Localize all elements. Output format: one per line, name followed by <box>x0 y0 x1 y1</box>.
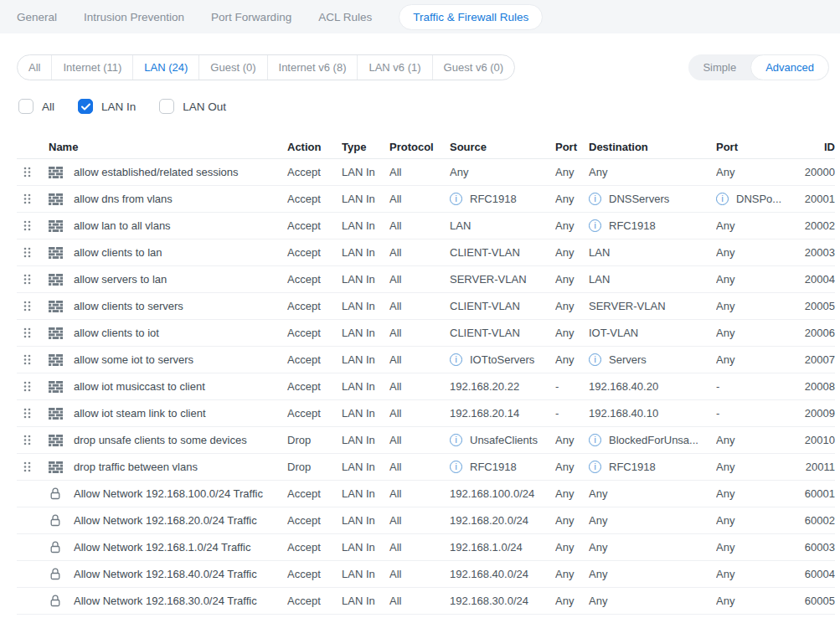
toggle-advanced[interactable]: Advanced <box>750 54 829 80</box>
rule-source-port-text: Any <box>555 568 574 580</box>
checkbox-label: All <box>42 100 54 113</box>
rule-destination-text: LAN <box>589 246 610 259</box>
filter-lan-24[interactable]: LAN (24) <box>132 55 198 80</box>
rule-source-port-text: Any <box>555 166 574 178</box>
rule-source-text: 192.168.1.0/24 <box>450 541 523 554</box>
tab-traffic-firewall-rules[interactable]: Traffic & Firewall Rules <box>399 4 543 30</box>
table-row[interactable]: allow iot steam link to clientAcceptLAN … <box>17 400 835 427</box>
simple-advanced-toggle: SimpleAdvanced <box>688 54 829 80</box>
checkbox-all[interactable]: All <box>18 99 54 114</box>
table-row[interactable]: allow dns from vlansAcceptLAN InAlliRFC1… <box>17 186 835 213</box>
rule-destination-port-text: Any <box>716 327 734 339</box>
table-row[interactable]: allow clients to serversAcceptLAN InAllC… <box>17 293 835 320</box>
rule-source-port-text: Any <box>555 327 574 339</box>
table-row[interactable]: Allow Network 192.168.40.0/24 TrafficAcc… <box>17 561 835 588</box>
table-row[interactable]: allow clients to lanAcceptLAN InAllCLIEN… <box>17 239 835 266</box>
rule-destination: iServers <box>589 353 716 366</box>
drag-handle-icon[interactable] <box>23 220 31 231</box>
toggle-simple[interactable]: Simple <box>688 54 750 80</box>
checkbox-label: LAN Out <box>183 100 226 113</box>
table-row[interactable]: drop traffic between vlansDropLAN InAlli… <box>17 454 835 481</box>
drag-handle-icon[interactable] <box>23 193 31 204</box>
rule-protocol: All <box>389 353 450 366</box>
rule-source-text: SERVER-VLAN <box>450 273 527 286</box>
checkbox-unchecked-icon[interactable] <box>18 99 33 114</box>
rule-source-text: Any <box>450 166 468 178</box>
rule-destination-port-text: DNSPo... <box>736 193 781 205</box>
firewall-icon <box>49 408 63 420</box>
drag-handle-icon[interactable] <box>23 435 31 445</box>
rule-source-port-text: Any <box>555 514 574 527</box>
drag-handle-icon[interactable] <box>23 354 31 365</box>
rule-type: LAN In <box>342 514 389 527</box>
table-row[interactable]: allow some iot to serversAcceptLAN InAll… <box>17 347 835 373</box>
filter-lan-v6-1[interactable]: LAN v6 (1) <box>357 55 431 80</box>
checkbox-checked-icon[interactable] <box>78 99 93 114</box>
rule-protocol: All <box>389 568 450 580</box>
rule-destination-text: Any <box>589 541 607 554</box>
filter-guest-0[interactable]: Guest (0) <box>198 55 266 80</box>
table-row[interactable]: Allow Network 192.168.1.0/24 TrafficAcce… <box>17 534 835 561</box>
table-row[interactable]: Allow Network 192.168.100.0/24 TrafficAc… <box>17 481 835 507</box>
rule-source: CLIENT-VLAN <box>450 327 555 339</box>
direction-checkbox-row: AllLAN InLAN Out <box>18 99 823 114</box>
tab-intrusion-prevention[interactable]: Intrusion Prevention <box>84 11 184 23</box>
table-row[interactable]: allow lan to all vlansAcceptLAN InAllLAN… <box>17 213 835 239</box>
info-icon[interactable]: i <box>589 434 601 446</box>
info-icon[interactable]: i <box>450 353 462 366</box>
info-icon[interactable]: i <box>450 434 462 446</box>
checkbox-unchecked-icon[interactable] <box>159 99 174 114</box>
info-icon[interactable]: i <box>716 193 729 205</box>
rule-source-port: Any <box>555 166 589 178</box>
rule-destination: LAN <box>589 273 716 286</box>
rule-destination-text: Any <box>589 514 607 527</box>
info-icon[interactable]: i <box>589 461 601 473</box>
rule-source-port-text: Any <box>555 273 574 286</box>
info-icon[interactable]: i <box>589 219 601 232</box>
checkbox-lan-out[interactable]: LAN Out <box>159 99 226 114</box>
drag-handle-icon[interactable] <box>23 381 31 392</box>
drag-handle-icon[interactable] <box>23 461 31 472</box>
drag-handle-icon[interactable] <box>23 408 31 419</box>
checkbox-lan-in[interactable]: LAN In <box>78 99 136 114</box>
table-row[interactable]: allow iot musiccast to clientAcceptLAN I… <box>17 373 835 400</box>
tab-acl-rules[interactable]: ACL Rules <box>318 11 372 23</box>
tab-port-forwarding[interactable]: Port Forwarding <box>211 11 291 23</box>
info-icon[interactable]: i <box>589 353 601 366</box>
rule-destination: Any <box>589 487 716 500</box>
table-row[interactable]: allow servers to lanAcceptLAN InAllSERVE… <box>17 266 835 293</box>
table-row[interactable]: allow established/related sessionsAccept… <box>17 159 835 186</box>
filter-guest-v6-0[interactable]: Guest v6 (0) <box>432 55 515 80</box>
info-icon[interactable]: i <box>450 461 462 473</box>
info-icon[interactable]: i <box>450 193 462 205</box>
table-row[interactable]: Allow Network 192.168.30.0/24 TrafficAcc… <box>17 588 835 615</box>
checkbox-label: LAN In <box>101 100 136 113</box>
rule-destination: iDNSServers <box>589 193 716 205</box>
rule-destination-text: RFC1918 <box>609 219 656 232</box>
rule-source: iRFC1918 <box>450 461 555 473</box>
drag-handle-icon[interactable] <box>23 301 31 312</box>
rule-action: Accept <box>287 327 342 339</box>
firewall-icon <box>49 167 63 178</box>
drag-handle-icon[interactable] <box>23 327 31 338</box>
column-header-destination: Destination <box>589 141 716 153</box>
rule-action: Accept <box>287 193 342 205</box>
rule-destination-port: Any <box>716 541 800 554</box>
rule-destination-port: Any <box>716 434 800 446</box>
table-row[interactable]: allow clients to iotAcceptLAN InAllCLIEN… <box>17 320 835 347</box>
drag-handle-icon[interactable] <box>23 167 31 178</box>
rule-id: 20009 <box>800 407 835 420</box>
rule-source: iRFC1918 <box>450 193 555 205</box>
table-row[interactable]: Allow Network 192.168.20.0/24 TrafficAcc… <box>17 507 835 534</box>
rule-destination-text: LAN <box>589 273 610 286</box>
info-icon[interactable]: i <box>589 193 601 205</box>
filter-internet-v6-8[interactable]: Internet v6 (8) <box>267 55 358 80</box>
table-row[interactable]: drop unsafe clients to some devicesDropL… <box>17 427 835 454</box>
tab-general[interactable]: General <box>17 11 57 23</box>
filter-internet-11[interactable]: Internet (11) <box>51 55 132 80</box>
rule-destination-port-text: Any <box>716 487 734 500</box>
drag-handle-icon[interactable] <box>23 274 31 285</box>
filter-all[interactable]: All <box>18 55 51 80</box>
drag-handle-icon[interactable] <box>23 247 31 258</box>
rule-source-text: CLIENT-VLAN <box>450 327 520 339</box>
